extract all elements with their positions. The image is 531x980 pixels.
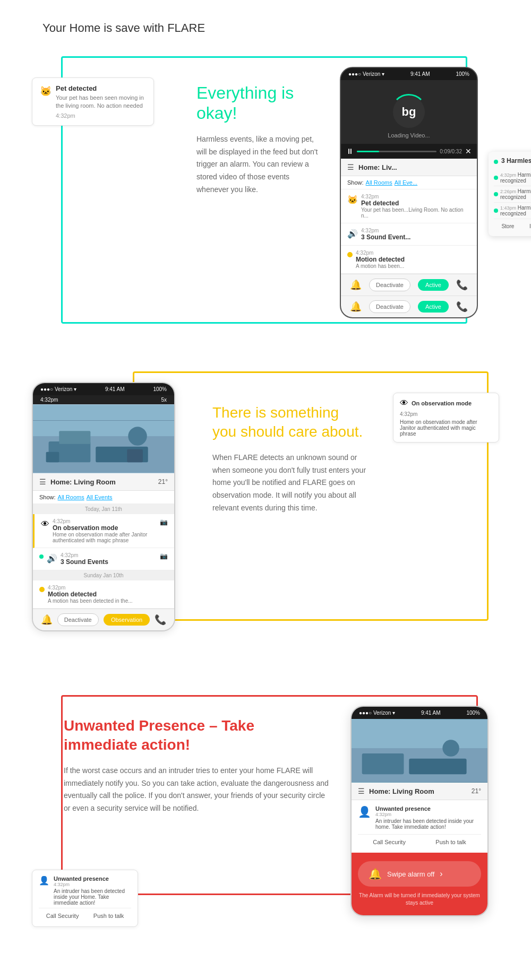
section1-notif-card: 🐱 Pet detected Your pet has been seen mo… xyxy=(32,77,154,126)
active-button-2[interactable]: Active xyxy=(418,301,449,313)
s3-app-nav: ☰ Home: Living Room 21° xyxy=(352,783,487,800)
s2-carrier: ●●●○ Verizon ▾ xyxy=(40,386,76,392)
close-icon[interactable]: ✕ xyxy=(465,147,472,155)
s2-app-nav: ☰ Home: Living Room 21° xyxy=(33,473,174,491)
s2-deactivate-btn[interactable]: Deactivate xyxy=(57,613,99,626)
s3-bottom-card: 👤 Unwanted presence 4:32pm An intruder h… xyxy=(32,870,138,927)
play-pause-button[interactable]: ⏸ xyxy=(346,147,354,155)
menu-icon[interactable]: ☰ xyxy=(347,163,354,171)
s2-all-events[interactable]: All Events xyxy=(87,494,113,500)
svg-rect-11 xyxy=(362,753,404,774)
camera-icon: 📷 xyxy=(160,518,168,526)
obs-card-icon: 👁 xyxy=(400,398,408,408)
motion-desc: A motion has been... xyxy=(356,263,405,269)
s2-observation-btn[interactable]: Observation xyxy=(104,614,150,626)
s2-all-rooms[interactable]: All Rooms xyxy=(58,494,84,500)
s2-show-row: Show: All Rooms All Events xyxy=(33,491,174,504)
sp-text-2: 2:26pm Harmless sound recognized xyxy=(500,188,531,200)
bell-icon[interactable]: 🔔 xyxy=(350,279,362,291)
section3-body: If the worst case occurs and an intruder… xyxy=(64,765,329,815)
section1-text: Everything is okay! Harmless events, lik… xyxy=(165,67,329,207)
sound-dot xyxy=(39,554,44,559)
swipe-arrow-icon: › xyxy=(440,869,442,879)
s2-show-label: Show: xyxy=(39,494,56,500)
action-bar-2: 🔔 Deactivate Active 📞 xyxy=(341,296,477,317)
s3-alert-card: 👤 Unwanted presence 4:32pm An intruder h… xyxy=(352,800,487,853)
s3-bc-call-row: Call Security Push to talk xyxy=(39,908,131,921)
svg-point-13 xyxy=(442,740,459,757)
obs-card-time: 4:32pm xyxy=(400,411,492,417)
sp-title: 3 Harmless sound xyxy=(501,157,531,164)
feed-desc-1: Your pet has been...Living Room. No acti… xyxy=(361,207,470,219)
motion-detected-item: 4:32pm Motion detected A motion has been… xyxy=(341,246,477,274)
feed-time-2: 4:32pm xyxy=(361,228,410,233)
pet-feed-icon: 🐱 xyxy=(347,195,358,205)
section3-heading: Unwanted Presence – Take immediate actio… xyxy=(64,716,329,755)
deactivate-button-2[interactable]: Deactivate xyxy=(369,300,410,313)
s3-bc-time: 4:32pm xyxy=(54,882,131,887)
s3-bc-call-btn[interactable]: Call Security xyxy=(46,913,79,919)
s2-call-icon[interactable]: 📞 xyxy=(155,614,166,626)
bg-logo-arc xyxy=(391,94,427,130)
s3-red-bottom: 🔔 Swipe alarm off › The Alarm will be tu… xyxy=(352,853,487,915)
s2-menu-icon[interactable]: ☰ xyxy=(39,478,46,486)
s3-carrier: ●●●○ Verizon ▾ xyxy=(359,710,395,716)
feed-item-sound: 🔊 4:32pm 3 Sound Event... xyxy=(341,223,477,246)
s2-date-2: Sunday Jan 10th xyxy=(33,570,174,580)
sp-row-1: 4:32pm Harmless sound recognized › xyxy=(494,170,531,186)
s2-room-image xyxy=(33,404,174,473)
sp-dot-3 xyxy=(494,209,498,213)
phone-status-bar: ●●●○ Verizon ▾ 9:41 AM 100% xyxy=(341,68,477,80)
s3-battery: 100% xyxy=(466,710,480,716)
video-progress[interactable] xyxy=(357,151,436,152)
store-button[interactable]: Store xyxy=(501,223,514,231)
deactivate-button[interactable]: Deactivate xyxy=(369,279,410,291)
s2-bell-icon[interactable]: 🔔 xyxy=(41,614,53,626)
swipe-alarm-btn[interactable]: 🔔 Swipe alarm off › xyxy=(358,861,481,887)
nav-title: Home: Liv... xyxy=(358,163,470,171)
sp-time-1: 4:32pm xyxy=(500,172,516,178)
swipe-label: Swipe alarm off xyxy=(387,870,434,878)
all-rooms-link[interactable]: All Rooms xyxy=(366,179,392,186)
phone-call-icon-2[interactable]: 📞 xyxy=(456,301,468,313)
all-events-link[interactable]: All Eve... xyxy=(395,179,417,186)
harmless-sound-panel: 3 Harmless sound 4:32pm Harmless sound r… xyxy=(489,152,531,236)
s3-push-to-talk-btn[interactable]: Push to talk xyxy=(435,839,466,845)
motion-title: Motion detected xyxy=(356,256,405,263)
section3: Unwanted Presence – Take immediate actio… xyxy=(0,674,531,938)
s2-time: 9:41 AM xyxy=(105,386,125,392)
s3-call-security-btn[interactable]: Call Security xyxy=(373,839,406,845)
s3-room-image xyxy=(352,719,487,783)
s3-call-row: Call Security Push to talk xyxy=(358,834,481,847)
alarm-icon: 🔔 xyxy=(369,868,382,880)
dot-green xyxy=(494,160,498,164)
show-filter-row: Show: All Rooms All Eve... xyxy=(341,176,477,189)
s3-menu-icon[interactable]: ☰ xyxy=(358,787,365,795)
carrier-label: ●●●○ Verizon ▾ xyxy=(348,71,384,77)
s2-observation-item: 👁 4:32pm On observation mode Home on obs… xyxy=(33,514,174,548)
section2: ●●●○ Verizon ▾ 9:41 AM 100% 4:32pm 5x xyxy=(0,371,531,642)
svg-rect-8 xyxy=(127,449,143,463)
s2-motion-desc: A motion has been detected in the... xyxy=(48,598,168,604)
motion-dot xyxy=(347,252,353,257)
s2-time-badge: 4:32pm xyxy=(40,397,58,403)
s2-motion-time: 4:32pm xyxy=(48,585,168,591)
section3-text: Unwanted Presence – Take immediate actio… xyxy=(32,706,340,826)
phone-call-icon[interactable]: 📞 xyxy=(456,279,468,291)
active-button[interactable]: Active xyxy=(418,279,449,291)
time-label: 9:41 AM xyxy=(410,71,430,77)
s2-obs-desc: Home on observation made after Janitor a… xyxy=(53,532,157,543)
sound-feed-icon: 🔊 xyxy=(347,229,358,239)
svg-rect-5 xyxy=(59,431,90,444)
s3-nav-title: Home: Living Room xyxy=(369,787,467,795)
section2-text: There is something you should care about… xyxy=(191,382,377,525)
battery-label: 100% xyxy=(456,71,469,77)
feed-title-1: Pet detected xyxy=(361,200,470,207)
s3-bc-push-btn[interactable]: Push to talk xyxy=(93,913,124,919)
s2-sound-icon: 🔊 xyxy=(47,553,57,563)
s2-obs-title: On observation mode xyxy=(53,524,157,532)
bell-icon-2[interactable]: 🔔 xyxy=(350,301,362,313)
loading-video-text: Loading Video... xyxy=(341,132,477,138)
s2-sound-item: 🔊 4:32pm 3 Sound Events 📷 xyxy=(33,548,174,570)
s2-date-1: Today, Jan 11th xyxy=(33,504,174,514)
